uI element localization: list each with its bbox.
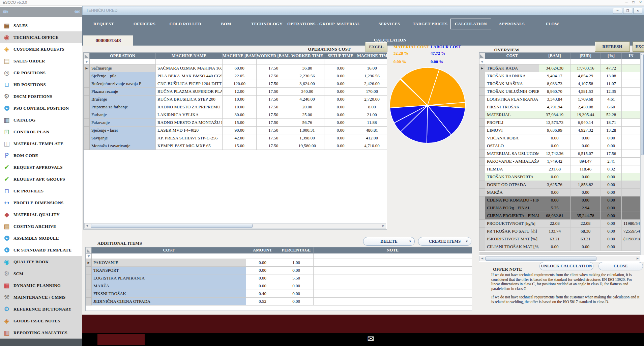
cost-name-cell[interactable]: LOGISTIKA PLANIRANJA — [485, 96, 539, 103]
tab-operations-group[interactable]: OPERATIONS - GROUP — [287, 19, 328, 29]
setup-time-cell[interactable]: 0.00 — [324, 80, 357, 88]
worker-bam-cell[interactable]: 17.50 — [257, 72, 290, 80]
machine-name-cell[interactable]: RUČNA BRUSILICA STEP 200 — [156, 96, 223, 103]
percentage-cell[interactable]: 0.00 — [279, 298, 314, 305]
worker-time-cell[interactable]: 1,398.00 — [290, 134, 324, 142]
eur-cell[interactable]: 0.00 — [570, 196, 601, 204]
overview-row[interactable]: LOGISTIKA PLANIRANJA3,343.841,709.684.61 — [479, 96, 641, 103]
overview-row[interactable]: HEMIJA231.68118.460.32 — [479, 165, 641, 173]
sidebar-item-reference-dictionary[interactable]: ⚙REFERENCE DICTIONARY — [0, 303, 82, 315]
operations-row[interactable]: Plazma rezanjeRUČNA PLAZMA SUPERIOR PLAS… — [84, 88, 387, 96]
eur-cell[interactable]: 17,703.16 — [570, 64, 601, 72]
machine-time-cell[interactable]: 412.00 — [357, 134, 387, 142]
worker-bam-cell[interactable]: 17.50 — [257, 88, 290, 96]
sidebar-item-request-app-groups[interactable]: ✔REQUEST APP. GROUPS — [0, 173, 82, 185]
worker-time-cell[interactable]: 1,000.31 — [290, 127, 324, 134]
overview-row[interactable]: MATERIJAL SA USLUGOM12,742.366,515.0717.… — [479, 150, 641, 158]
percent-cell[interactable]: 0.00 — [601, 204, 622, 212]
cost-name-cell[interactable]: TROŠAK RADA — [485, 64, 539, 72]
cost-name-cell[interactable]: LOGISTIKA PLANIRANJA — [92, 274, 246, 282]
worker-bam-cell[interactable]: 17.50 — [257, 80, 290, 88]
percentage-cell[interactable]: 0.00 — [279, 290, 314, 298]
note-cell[interactable] — [314, 282, 472, 290]
column-header[interactable]: OPERATION — [90, 53, 156, 59]
percent-cell[interactable]: 2.41 — [601, 158, 622, 165]
bam-cell[interactable]: 68,932.81 — [539, 212, 570, 220]
machine-name-cell[interactable]: KEMPPI FAST MIG MXF 65 — [156, 142, 223, 150]
setup-time-cell[interactable]: 0.00 — [324, 96, 357, 103]
tab-cold-rolled[interactable]: COLD ROLLED — [165, 19, 206, 29]
bam-cell[interactable]: 0.00 — [539, 189, 570, 196]
operation-cell[interactable]: Sječenje - pila — [90, 72, 156, 80]
eur-cell[interactable]: 19,395.44 — [570, 111, 601, 119]
filter-cell[interactable] — [601, 59, 622, 64]
machine-time-cell[interactable]: 4,710.00 — [357, 142, 387, 150]
machine-bam-cell[interactable]: 22.05 — [223, 72, 257, 80]
operations-row[interactable]: ▶SačmarenjeSAČMARA OZMAK MAKINA 1600X8..… — [84, 64, 387, 72]
worker-bam-cell[interactable]: 17.50 — [257, 96, 290, 103]
machine-time-cell[interactable]: 21.00 — [357, 111, 387, 119]
minimize-icon[interactable]: ─ — [625, 0, 627, 4]
column-header[interactable]: MACHINE NAME — [156, 53, 223, 59]
overview-row[interactable]: PROFILI13,573.736,940.1418.71 — [479, 119, 641, 127]
column-header[interactable]: AMOUNT — [246, 247, 279, 254]
row-header-cell[interactable] — [479, 235, 485, 243]
percent-cell[interactable]: 11.07 — [601, 80, 622, 88]
info-cell[interactable] — [622, 119, 641, 127]
operation-cell[interactable]: Brušenje — [90, 96, 156, 103]
row-header-cell[interactable] — [84, 80, 90, 88]
tab-approvals[interactable]: APPROVALS — [491, 19, 532, 29]
operations-row[interactable]: BrušenjeRUČNA BRUSILICA STEP 20010.0017.… — [84, 96, 387, 103]
eur-cell[interactable]: 63.21 — [570, 235, 601, 243]
row-header-cell[interactable] — [86, 290, 92, 298]
row-header-cell[interactable] — [479, 119, 485, 127]
row-header-cell[interactable] — [84, 142, 90, 150]
bam-cell[interactable]: 1,749.42 — [539, 158, 570, 165]
column-header[interactable]: SETUP TIME — [324, 53, 357, 59]
column-header[interactable]: COST — [485, 53, 539, 59]
machine-bam-cell[interactable]: 90.00 — [223, 127, 257, 134]
sidebar-item-control-plan[interactable]: ⊡CONTROL PLAN — [0, 126, 82, 138]
info-cell[interactable] — [622, 103, 641, 111]
tab-request[interactable]: REQUEST — [83, 19, 124, 29]
operations-row[interactable]: Sječenje - laserLASER MVD F4-402090.0017… — [84, 127, 387, 134]
collapse-chevrons-icon[interactable]: «« — [74, 7, 79, 15]
cost-name-cell[interactable]: PRODUKTIVNOST [kg/h] — [485, 220, 539, 228]
note-cell[interactable] — [314, 267, 472, 274]
select-all-corner[interactable] — [479, 53, 485, 59]
filter-funnel-icon[interactable]: ▼ — [86, 60, 88, 63]
percentage-cell[interactable]: 5.50 — [279, 274, 314, 282]
row-header-cell[interactable] — [479, 189, 485, 196]
additional-item-row[interactable]: FIKSNI TROŠAK0.400.00 — [86, 290, 472, 298]
cost-name-cell[interactable]: MARŽA — [92, 282, 246, 290]
tab-target-prices[interactable]: TARGET PRICES — [410, 19, 450, 29]
operations-row[interactable]: Bušenje/urezivanje navoja PCNC BUŠILICA … — [84, 80, 387, 88]
row-header-cell[interactable] — [479, 196, 485, 204]
info-cell[interactable] — [622, 165, 641, 173]
column-header[interactable]: PERCENTAGE — [279, 247, 314, 254]
row-header-cell[interactable] — [479, 134, 485, 142]
tab-calculation[interactable]: CALCULATION — [450, 19, 491, 29]
info-cell[interactable] — [622, 150, 641, 158]
info-cell[interactable]: 11980/543 — [622, 220, 641, 228]
eur-cell[interactable]: 0.00 — [570, 189, 601, 196]
cost-name-cell[interactable]: JEDINIČNA CIJENA OTPADA — [92, 298, 246, 305]
machine-time-cell[interactable]: 2,426.00 — [357, 80, 387, 88]
worker-bam-cell[interactable]: 17.50 — [257, 142, 290, 150]
percent-cell[interactable]: 13.28 — [601, 127, 622, 134]
percentage-cell[interactable]: 0.00 — [279, 282, 314, 290]
filter-cell[interactable] — [357, 59, 387, 64]
percent-cell[interactable]: 0.00 — [601, 220, 622, 228]
sidebar-item-sales[interactable]: ▦SALES — [0, 20, 82, 31]
machine-time-cell[interactable]: 480.81 — [357, 127, 387, 134]
sidebar-item-cr-profiles[interactable]: ⊓CR PROFILES — [0, 185, 82, 197]
amount-cell[interactable]: 0.40 — [246, 290, 279, 298]
operations-row[interactable]: Sječenje - pilaPILA BEKA-MAK BMSO 440 CG… — [84, 72, 387, 80]
info-cell[interactable]: 72559/543 — [622, 228, 641, 235]
bam-cell[interactable]: 5.75 — [539, 204, 570, 212]
amount-cell[interactable]: 0.52 — [246, 298, 279, 305]
cost-name-cell[interactable]: LIMOVI — [485, 127, 539, 134]
percent-cell[interactable]: 0.00 — [601, 189, 622, 196]
column-header[interactable]: MACHINE TIME — [357, 53, 387, 59]
overview-vscrollbar[interactable] — [640, 53, 644, 255]
